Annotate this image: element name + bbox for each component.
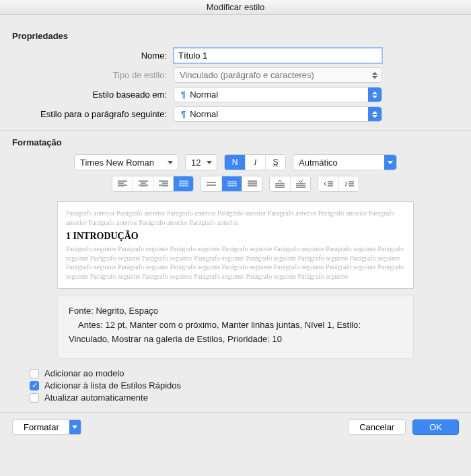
style-type-value: Vinculado (parágrafo e caracteres): [180, 70, 314, 80]
font-color-select[interactable]: Autmático: [293, 154, 397, 170]
desc-line1: Fonte: Negrito, Espaço: [69, 304, 402, 318]
pilcrow-icon: ¶: [181, 109, 186, 119]
indent-group: [318, 176, 359, 192]
preview-panel: Parágrafo anterior Parágrafo anterior Pa…: [57, 201, 414, 289]
align-left-button[interactable]: [112, 176, 133, 191]
chevron-updown-icon: [368, 107, 382, 121]
based-on-value: Normal: [190, 90, 218, 100]
label-based: Estilo baseado em:: [12, 90, 174, 100]
chevron-down-icon[interactable]: [69, 419, 81, 435]
align-center-button[interactable]: [133, 176, 153, 191]
chevron-down-icon: [384, 155, 396, 170]
chevron-updown-icon: [368, 68, 382, 82]
font-size-select[interactable]: 12: [185, 154, 217, 170]
style-type-select: Vinculado (parágrafo e caracteres): [174, 67, 382, 83]
line-spacing-group: [201, 176, 262, 192]
desc-line2: Antes: 12 pt, Manter com o próximo, Mant…: [69, 318, 402, 333]
auto-update-checkbox[interactable]: [30, 393, 39, 403]
window-title: Modificar estilo: [0, 0, 471, 15]
section-properties: Propriedades: [12, 31, 459, 41]
spacing-2-button[interactable]: [242, 176, 262, 191]
cancel-button[interactable]: Cancelar: [348, 419, 406, 435]
font-select[interactable]: Times New Roman: [74, 154, 178, 170]
font-style-group: N I S: [224, 154, 286, 170]
section-formatting: Formatação: [12, 137, 459, 147]
next-paragraph-value: Normal: [190, 109, 218, 119]
label-next: Estilo para o parágrafo seguinte:: [12, 109, 174, 119]
align-justify-button[interactable]: [173, 176, 193, 191]
font-color-value: Autmático: [299, 158, 338, 168]
ok-button[interactable]: OK: [412, 419, 459, 435]
preview-heading: 1 INTRODUÇÃO: [66, 231, 405, 242]
align-right-button[interactable]: [153, 176, 173, 191]
chevron-updown-icon: [368, 88, 382, 102]
spacing-15-button[interactable]: [221, 176, 242, 191]
based-on-select[interactable]: ¶ Normal: [174, 87, 382, 102]
decrease-indent-button[interactable]: [318, 176, 338, 191]
add-to-quicklist-label: Adicionar à lista de Estilos Rápidos: [44, 380, 181, 390]
pilcrow-icon: ¶: [181, 90, 186, 100]
add-to-template-label: Adicionar ao modelo: [44, 368, 124, 378]
paragraph-spacing-group: [269, 176, 311, 192]
alignment-group: [112, 176, 194, 192]
label-name: Nome:: [12, 50, 174, 61]
auto-update-label: Atualizar automaticamente: [44, 393, 148, 403]
format-menu-button[interactable]: Formatar: [12, 419, 81, 435]
label-type: Tipo de estilo:: [12, 70, 174, 80]
font-size-value: 12: [191, 158, 201, 168]
preview-next-paragraph: Parágrafo seguinte Parágrafo seguinte Pa…: [66, 244, 405, 281]
bold-button[interactable]: N: [225, 155, 245, 170]
increase-indent-button[interactable]: [338, 176, 359, 191]
name-input[interactable]: [174, 48, 382, 63]
italic-button[interactable]: I: [245, 155, 265, 170]
desc-line3: Vinculado, Mostrar na galeria de Estilos…: [69, 333, 402, 347]
decrease-before-button[interactable]: [290, 176, 310, 191]
add-to-quicklist-checkbox[interactable]: ✓: [30, 381, 39, 390]
style-description: Fonte: Negrito, Espaço Antes: 12 pt, Man…: [57, 296, 414, 359]
add-to-template-checkbox[interactable]: [30, 369, 39, 378]
increase-before-button[interactable]: [270, 176, 290, 191]
preview-prev-paragraph: Parágrafo anterior Parágrafo anterior Pa…: [66, 209, 405, 227]
underline-button[interactable]: S: [265, 155, 285, 170]
spacing-1-button[interactable]: [201, 176, 221, 191]
next-paragraph-select[interactable]: ¶ Normal: [174, 106, 382, 122]
format-button-label[interactable]: Formatar: [12, 419, 71, 435]
font-value: Times New Roman: [80, 158, 154, 168]
